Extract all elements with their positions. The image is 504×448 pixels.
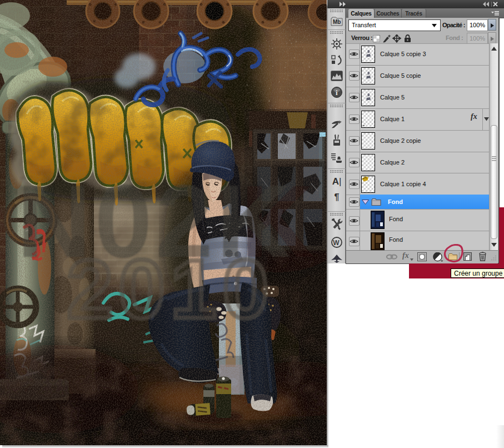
svg-text:i: i xyxy=(336,88,338,97)
svg-text:W: W xyxy=(333,239,340,247)
svg-text:Mb: Mb xyxy=(333,19,341,25)
